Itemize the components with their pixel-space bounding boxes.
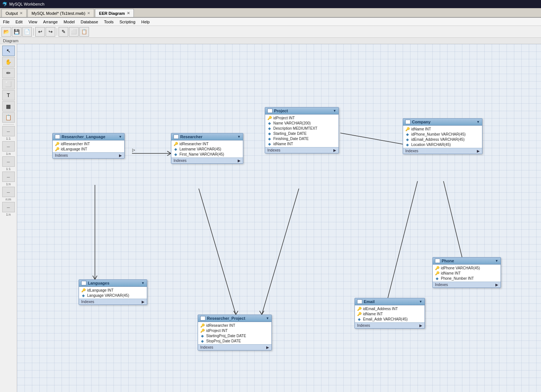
toolbar-copy[interactable]: 📋	[79, 27, 89, 37]
l-pk-icon: 🔑	[81, 288, 86, 292]
tool-view[interactable]: 📋	[2, 112, 15, 123]
email-indexes[interactable]: Indexes ▶	[355, 322, 425, 328]
researcher-project-header[interactable]: Researcher_Project ▼	[198, 315, 271, 322]
e-field-1-name: idEmail_Address INT	[363, 307, 398, 311]
e-pk2-icon: 🔑	[357, 312, 362, 316]
languages-title: Languages	[88, 281, 109, 285]
menu-database[interactable]: Database	[77, 19, 101, 25]
table-company[interactable]: Company ▼ 🔑 idName INT ◆ idPhone_Number …	[403, 118, 482, 154]
tab-model-label: MySQL Model* (Ts1test.mwb)	[32, 11, 85, 16]
toolbar: 📂 💾 📄 ↩ ↪ ✎ ⬜ 📋	[0, 26, 541, 38]
menu-tools[interactable]: Tools	[101, 19, 117, 25]
close-eer-icon[interactable]: ✕	[127, 11, 130, 15]
languages-indexes[interactable]: Indexes ▶	[79, 299, 147, 305]
rp-pk1-icon: 🔑	[200, 323, 205, 328]
toolbar-redo[interactable]: ↪	[46, 27, 55, 37]
project-header[interactable]: Project ▼	[265, 107, 339, 114]
rp-field-3: ◆ StartingProj_Date DATE	[198, 333, 271, 338]
eer-canvas[interactable]: |>	[17, 44, 541, 392]
tool-1-nb[interactable]: —	[2, 172, 15, 182]
tool-1-n[interactable]: —	[2, 141, 15, 152]
project-title: Project	[274, 109, 288, 113]
table-phone[interactable]: Phone ▼ 🔑 idPhone VARCHAR(45) 🔑 idName I…	[432, 257, 501, 288]
researcher-dropdown[interactable]: ▼	[237, 135, 241, 139]
languages-body: 🔑 idLanguage INT ◆ Language VARCHAR(45)	[79, 287, 147, 299]
p-field-5: ◆ Finishing_Date DATE	[265, 136, 339, 141]
phone-dropdown[interactable]: ▼	[495, 259, 498, 263]
p-pk-icon: 🔑	[267, 116, 272, 120]
languages-dropdown[interactable]: ▼	[141, 281, 145, 285]
languages-header[interactable]: Languages ▼	[79, 280, 147, 287]
svg-line-13	[236, 311, 238, 315]
researcher-header[interactable]: Researcher ▼	[171, 133, 243, 140]
diagram-label-text: Diagram	[3, 39, 19, 43]
researcher-indexes[interactable]: Indexes ▶	[171, 157, 243, 163]
e-field-3-name: Email_Addr VARCHAR(45)	[363, 317, 408, 321]
toolbar-open[interactable]: 📂	[1, 27, 11, 37]
tool-1-nc[interactable]: —	[2, 202, 15, 212]
toolbar-rect[interactable]: ⬜	[69, 27, 79, 37]
phone-header[interactable]: Phone ▼	[433, 258, 501, 265]
project-dropdown[interactable]: ▼	[333, 109, 336, 113]
table-researcher-language[interactable]: Researcher_Language ▼ 🔑 idResearcher INT…	[52, 133, 125, 159]
menu-scripting[interactable]: Scripting	[116, 19, 138, 25]
tool-n-m[interactable]: —	[2, 187, 15, 197]
toolbar-edit[interactable]: ✎	[59, 27, 68, 37]
tab-model[interactable]: MySQL Model* (Ts1test.mwb) ✕	[27, 9, 94, 17]
toolbar-undo[interactable]: ↩	[35, 27, 45, 37]
table-researcher-project[interactable]: Researcher_Project ▼ 🔑 idResearcher INT …	[198, 315, 272, 351]
tool-pan[interactable]: ✋	[2, 57, 15, 67]
tool-draw[interactable]: ✏	[2, 68, 15, 78]
l-field-1: 🔑 idLanguage INT	[79, 288, 147, 293]
e-fk-icon: ◆	[357, 317, 362, 321]
project-indexes[interactable]: Indexes ▶	[265, 147, 339, 153]
email-dropdown[interactable]: ▼	[419, 300, 422, 303]
researcher-project-dropdown[interactable]: ▼	[266, 316, 269, 320]
tab-output[interactable]: Output ✕	[1, 9, 27, 17]
tool-rect[interactable]: ⬜	[2, 79, 15, 89]
tool-1-1b[interactable]: —	[2, 156, 15, 167]
phone-indexes[interactable]: Indexes ▶	[433, 282, 501, 288]
tab-eer[interactable]: EER Diagram ✕	[95, 9, 134, 17]
rp-pk2-icon: 🔑	[200, 328, 205, 333]
company-dropdown[interactable]: ▼	[476, 120, 480, 124]
company-header[interactable]: Company ▼	[403, 119, 482, 126]
rp-field-4: ◆ StopProj_Date DATE	[198, 338, 271, 343]
table-email[interactable]: Email ▼ 🔑 idEmail_Address INT 🔑 idName I…	[354, 298, 425, 329]
researcher-language-indexes[interactable]: Indexes ▶	[53, 152, 124, 158]
table-project[interactable]: Project ▼ 🔑 idProject INT ◆ Name VARCHAR…	[265, 107, 339, 153]
tool-text[interactable]: T	[2, 90, 15, 100]
svg-line-7	[388, 181, 418, 298]
toolbar-save[interactable]: 💾	[12, 27, 22, 37]
tool-select[interactable]: ↖	[2, 46, 15, 56]
toolbar-sep2	[57, 28, 57, 36]
languages-indexes-arrow: ▶	[142, 300, 145, 304]
email-title: Email	[364, 299, 375, 304]
phone-body: 🔑 idPhone VARCHAR(45) 🔑 idName INT ◆ Pho…	[433, 265, 501, 282]
app-title: MySQL Workbench	[9, 2, 44, 6]
close-output-icon[interactable]: ✕	[20, 11, 23, 15]
company-indexes[interactable]: Indexes ▶	[403, 148, 482, 154]
tool-table[interactable]: ▦	[2, 101, 15, 112]
languages-table-icon	[81, 281, 86, 285]
researcher-language-header[interactable]: Researcher_Language ▼	[53, 133, 124, 140]
menu-file[interactable]: File	[0, 19, 13, 25]
table-researcher[interactable]: Researcher ▼ 🔑 idResearcher INT ◆ Lastna…	[171, 133, 243, 164]
menu-help[interactable]: Help	[138, 19, 153, 25]
p-field-1-name: idProject INT	[273, 116, 295, 120]
title-bar: 🐬 MySQL Workbench	[0, 0, 541, 8]
researcher-language-dropdown[interactable]: ▼	[119, 135, 122, 139]
table-languages[interactable]: Languages ▼ 🔑 idLanguage INT ◆ Language …	[79, 279, 147, 305]
close-model-icon[interactable]: ✕	[87, 11, 90, 15]
email-header[interactable]: Email ▼	[355, 298, 425, 305]
toolbar-new[interactable]: 📄	[22, 27, 32, 37]
menu-arrange[interactable]: Arrange	[40, 19, 60, 25]
menu-view[interactable]: View	[26, 19, 40, 25]
tool-1-1[interactable]: —	[2, 126, 15, 136]
ph-field-2-name: idName INT	[441, 271, 461, 275]
menu-model[interactable]: Model	[61, 19, 78, 25]
researcher-project-indexes-label: Indexes	[200, 345, 213, 349]
menu-edit[interactable]: Edit	[13, 19, 26, 25]
researcher-project-indexes[interactable]: Indexes ▶	[198, 344, 271, 350]
researcher-project-body: 🔑 idResearcher INT 🔑 idProject INT ◆ Sta…	[198, 322, 271, 344]
